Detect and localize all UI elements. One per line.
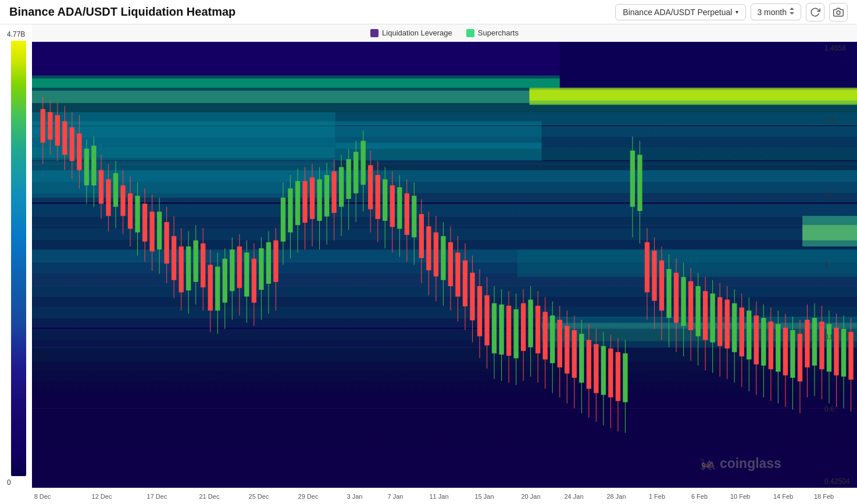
x-label-7jan: 7 Jan (388, 493, 403, 500)
svg-rect-29 (517, 249, 857, 277)
svg-rect-147 (383, 179, 387, 220)
legend-max-label: 4.77B (5, 30, 25, 38)
svg-rect-22 (32, 203, 857, 217)
svg-rect-233 (695, 286, 700, 336)
svg-rect-261 (798, 334, 802, 381)
svg-rect-21 (335, 142, 542, 161)
svg-rect-67 (91, 146, 96, 185)
chart-main[interactable]: 🦗 coinglass 1.4658 1.4 1.2 1 0.8 0.6 0.4… (32, 42, 857, 488)
svg-rect-179 (499, 305, 504, 355)
svg-rect-99 (208, 265, 213, 311)
svg-rect-5 (32, 78, 560, 88)
legend-bar: 4.77B 0 (0, 24, 32, 504)
svg-rect-169 (463, 260, 467, 306)
svg-rect-69 (99, 170, 103, 204)
legend-label-supercharts: Supercharts (478, 28, 519, 37)
up-down-icon (789, 7, 795, 17)
svg-rect-105 (230, 249, 234, 291)
svg-rect-153 (405, 194, 409, 235)
x-label-28jan: 28 Jan (606, 493, 626, 500)
svg-rect-221 (652, 251, 656, 301)
svg-rect-259 (790, 330, 795, 378)
page-title: Binance ADA/USDT Liquidation Heatmap (9, 5, 235, 19)
svg-rect-223 (659, 260, 664, 310)
svg-rect-247 (747, 310, 751, 359)
svg-rect-269 (827, 324, 831, 371)
svg-rect-175 (484, 295, 489, 345)
svg-rect-217 (637, 155, 642, 211)
svg-rect-161 (434, 233, 438, 277)
gradient-bar (11, 41, 26, 476)
svg-rect-125 (302, 181, 307, 223)
legend-item-liquidation: Liquidation Leverage (370, 28, 452, 37)
svg-rect-127 (310, 177, 315, 219)
svg-rect-231 (688, 281, 693, 330)
x-label-25dec: 25 Dec (249, 493, 269, 500)
chart-area: 4.77B 0 Liquidation Leverage Supercharts (0, 24, 857, 504)
svg-rect-87 (164, 222, 169, 263)
svg-rect-149 (390, 185, 395, 227)
svg-rect-189 (535, 306, 540, 353)
svg-rect-9 (530, 90, 857, 101)
svg-rect-273 (841, 329, 846, 377)
svg-rect-209 (608, 348, 613, 397)
chart-legend-row: Liquidation Leverage Supercharts (32, 24, 857, 42)
svg-rect-107 (237, 246, 242, 288)
svg-rect-95 (194, 240, 198, 281)
svg-rect-85 (157, 212, 162, 249)
svg-rect-61 (70, 127, 74, 161)
header-controls: Binance ADA/USDT Perpetual ▾ 3 month (615, 3, 848, 22)
svg-rect-43 (32, 382, 857, 391)
svg-rect-151 (397, 187, 402, 228)
legend-color-supercharts (466, 29, 474, 37)
svg-point-0 (837, 10, 840, 14)
svg-rect-89 (172, 236, 176, 280)
svg-rect-137 (346, 159, 351, 199)
timeframe-selector[interactable]: 3 month (751, 3, 801, 20)
x-label-15jan: 15 Jan (474, 493, 494, 500)
svg-rect-75 (120, 185, 125, 216)
refresh-button[interactable] (806, 3, 824, 22)
svg-rect-255 (776, 324, 780, 371)
x-label-29dec: 29 Dec (298, 493, 319, 500)
camera-button[interactable] (829, 3, 848, 22)
svg-rect-91 (178, 246, 183, 292)
svg-rect-113 (259, 248, 263, 289)
svg-rect-227 (674, 273, 679, 323)
svg-rect-163 (441, 236, 445, 280)
page-header: Binance ADA/USDT Liquidation Heatmap Bin… (0, 0, 857, 24)
svg-rect-249 (754, 316, 759, 364)
legend-color-liquidation (370, 29, 378, 37)
x-label-20jan: 20 Jan (521, 493, 540, 500)
svg-rect-129 (317, 179, 322, 220)
svg-rect-3 (32, 42, 560, 76)
svg-rect-55 (48, 112, 52, 140)
chevron-down-icon: ▾ (735, 9, 738, 15)
svg-rect-251 (761, 318, 766, 366)
svg-text:🦗 coinglass: 🦗 coinglass (699, 455, 781, 471)
svg-rect-271 (834, 328, 838, 376)
svg-rect-77 (128, 194, 133, 229)
svg-rect-267 (819, 321, 824, 369)
svg-rect-167 (455, 252, 460, 296)
svg-rect-101 (215, 267, 220, 311)
svg-rect-30 (32, 286, 857, 297)
svg-rect-117 (273, 240, 278, 281)
svg-rect-239 (717, 297, 722, 346)
svg-rect-275 (848, 332, 853, 380)
svg-rect-42 (32, 371, 857, 382)
svg-rect-37 (802, 225, 857, 240)
svg-rect-213 (623, 353, 627, 402)
exchange-selector[interactable]: Binance ADA/USDT Perpetual ▾ (615, 4, 746, 20)
svg-rect-241 (725, 299, 730, 348)
svg-rect-57 (55, 115, 60, 146)
svg-rect-81 (142, 203, 147, 241)
svg-rect-219 (645, 242, 649, 292)
x-label-1feb: 1 Feb (649, 493, 665, 500)
svg-rect-207 (601, 346, 606, 395)
svg-rect-205 (594, 344, 598, 393)
svg-rect-53 (41, 109, 45, 143)
svg-rect-187 (528, 299, 533, 347)
x-label-6feb: 6 Feb (691, 493, 708, 500)
svg-rect-44 (32, 391, 857, 403)
